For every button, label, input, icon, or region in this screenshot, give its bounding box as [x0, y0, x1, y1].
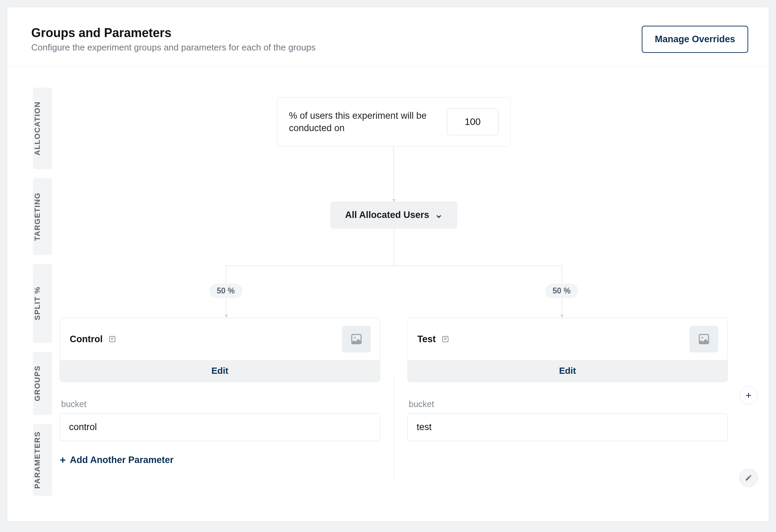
- allocation-percent-input[interactable]: [447, 108, 499, 135]
- rail-targeting: TARGETING: [33, 178, 52, 255]
- content-area: % of users this experiment will be condu…: [60, 88, 755, 496]
- group-column-control: Control Edit: [60, 318, 380, 466]
- plus-icon: +: [60, 454, 66, 466]
- group-card-control: Control Edit: [60, 318, 380, 382]
- split-percent-right: 50 %: [545, 284, 578, 298]
- connector-allocation-targeting: [393, 147, 394, 201]
- group-edit-button[interactable]: Edit: [60, 360, 380, 382]
- edit-parameters-button[interactable]: [739, 469, 758, 487]
- group-name: Test: [418, 334, 436, 345]
- panel-header: Groups and Parameters Configure the expe…: [7, 7, 769, 67]
- note-icon[interactable]: [108, 335, 116, 343]
- add-group-button[interactable]: [739, 386, 758, 405]
- group-card-head: Test: [408, 318, 728, 360]
- group-card-test: Test Edit: [408, 318, 728, 382]
- targeting-dropdown[interactable]: All Allocated Users: [330, 201, 457, 229]
- note-icon[interactable]: [441, 335, 449, 343]
- panel-subtitle: Configure the experiment groups and para…: [31, 42, 316, 53]
- split-diagram: 50 % 50 %: [60, 229, 728, 321]
- group-name: Control: [70, 334, 103, 345]
- image-icon: [350, 333, 363, 345]
- group-thumbnail-button[interactable]: [689, 326, 718, 352]
- rail-groups: GROUPS: [33, 352, 52, 415]
- column-divider: [394, 372, 394, 482]
- rail-split: SPLIT %: [33, 264, 52, 343]
- targeting-selected-label: All Allocated Users: [345, 210, 429, 220]
- header-titles: Groups and Parameters Configure the expe…: [31, 26, 316, 53]
- svg-point-9: [701, 337, 703, 338]
- panel-title: Groups and Parameters: [31, 26, 316, 40]
- parameter-value-input[interactable]: [60, 413, 380, 441]
- allocation-card: % of users this experiment will be condu…: [277, 97, 511, 147]
- add-parameter-button[interactable]: + Add Another Parameter: [60, 454, 174, 466]
- manage-overrides-button[interactable]: Manage Overrides: [642, 26, 748, 53]
- section-rail: ALLOCATION TARGETING SPLIT % GROUPS PARA…: [33, 88, 52, 496]
- parameter-label: bucket: [409, 399, 728, 409]
- split-percent-left: 50 %: [209, 284, 242, 298]
- group-column-test: Test Edit: [408, 318, 728, 466]
- split-stem: [394, 229, 394, 266]
- group-thumbnail-button[interactable]: [342, 326, 371, 352]
- parameter-value-input[interactable]: [408, 413, 728, 441]
- groups-parameters-panel: Groups and Parameters Configure the expe…: [7, 7, 769, 522]
- rail-parameters: PARAMETERS: [33, 424, 52, 496]
- group-card-head: Control: [60, 318, 380, 360]
- allocation-label: % of users this experiment will be condu…: [289, 109, 433, 135]
- add-parameter-label: Add Another Parameter: [70, 455, 174, 465]
- image-icon: [698, 333, 710, 345]
- group-edit-button[interactable]: Edit: [408, 360, 728, 382]
- split-horizontal: [226, 266, 562, 266]
- svg-point-4: [354, 337, 356, 338]
- parameter-label: bucket: [61, 399, 380, 409]
- rail-allocation: ALLOCATION: [33, 88, 52, 169]
- chevron-down-icon: [435, 212, 442, 219]
